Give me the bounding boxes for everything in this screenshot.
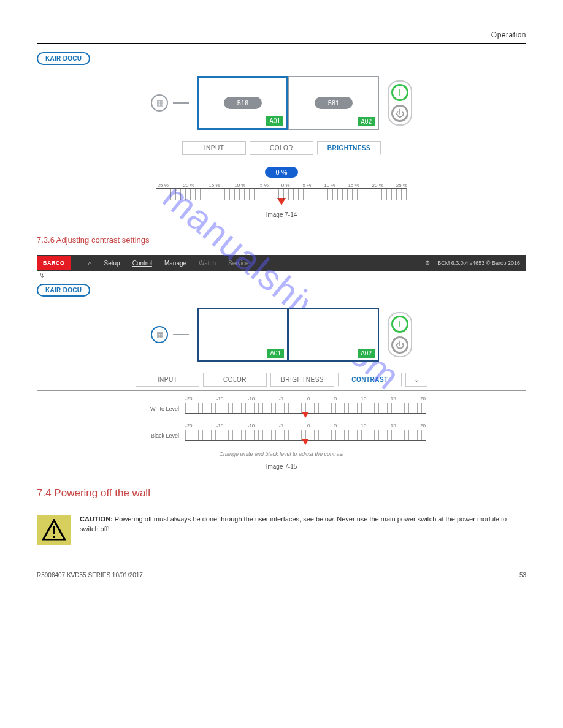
footer-left: R5906407 KVD55 SERIES 10/01/2017 <box>37 572 143 578</box>
svg-rect-2 <box>53 536 55 538</box>
tick-label: -5 <box>279 423 283 428</box>
caution-body: Powering off must always be done through… <box>80 515 507 533</box>
tab-color[interactable]: COLOR <box>203 373 267 387</box>
connector-line <box>173 334 189 335</box>
power-toggle: I ⏻ <box>388 312 412 357</box>
power-off-icon[interactable]: ⏻ <box>391 105 408 122</box>
tick-label: 15 <box>391 396 396 401</box>
tick-label: 5 % <box>303 183 312 188</box>
tab-brightness[interactable]: BRIGHTNESS <box>317 141 381 155</box>
figure-caption: Image 7-15 <box>37 463 526 470</box>
rule-top <box>37 43 526 44</box>
caution-label: CAUTION: <box>80 515 113 523</box>
tick-label: -10 % <box>233 183 246 188</box>
section-7-4-heading: 7.4 Powering off the wall <box>37 487 526 499</box>
brand-logo[interactable]: BARCO <box>37 256 71 270</box>
screen-tile-a02[interactable]: A02 <box>288 308 379 362</box>
tab-brightness[interactable]: BRIGHTNESS <box>270 373 334 387</box>
header-section: Operation <box>491 31 526 39</box>
brightness-value: 516 <box>224 97 262 109</box>
tick-label: -5 % <box>258 183 268 188</box>
tab-row-2: INPUT COLOR BRIGHTNESS CONTRAST ⌄ <box>37 373 526 387</box>
power-off-icon[interactable]: ⏻ <box>391 336 408 354</box>
page-header: Operation <box>37 31 526 39</box>
contrast-hint: Change white and black level to adjust t… <box>137 451 426 457</box>
screen-tile-a01[interactable]: 516 A01 <box>197 76 288 130</box>
version-label: BCM 6.3.0.4 v4653 © Barco 2016 <box>437 260 520 266</box>
nav-manage[interactable]: Manage <box>164 260 186 267</box>
select-all-icon[interactable]: ▦ <box>151 326 168 343</box>
slider-track[interactable] <box>156 188 407 200</box>
tick-label: -5 <box>279 396 283 401</box>
rule-bottom <box>37 559 526 559</box>
brightness-value: 581 <box>315 97 353 109</box>
tick-label: 10 <box>361 396 367 401</box>
app-navbar: BARCO ⌂ Setup Control Manage Watch Servi… <box>37 255 526 271</box>
tick-label: -15 <box>216 396 224 401</box>
connector-line <box>173 102 189 104</box>
tick-label: 0 <box>307 423 310 428</box>
tick-label: 0 % <box>282 183 290 188</box>
screen-tile-a02[interactable]: 581 A02 <box>288 76 379 130</box>
select-all-icon[interactable]: ▦ <box>151 94 168 112</box>
tick-label: -10 <box>248 396 255 401</box>
power-toggle: I ⏻ <box>388 80 412 126</box>
warning-icon <box>37 515 71 545</box>
tab-input[interactable]: INPUT <box>136 373 199 387</box>
contrast-sliders: White Level -20 -15 -10 -5 0 5 10 15 20 … <box>137 396 426 457</box>
power-on-icon[interactable]: I <box>391 84 408 101</box>
screen-tag: A01 <box>267 349 284 358</box>
kair-badge[interactable]: KAIR DOCU <box>37 284 90 297</box>
tick-label: 5 <box>334 396 337 401</box>
tick-label: 5 <box>334 423 337 428</box>
slider-value-pill: 0 % <box>265 167 299 178</box>
screen-tile-a01[interactable]: A01 <box>197 308 288 362</box>
tick-label: 15 <box>391 423 396 428</box>
home-icon[interactable]: ⌂ <box>88 260 92 267</box>
screen-tag: A02 <box>358 349 375 358</box>
rule <box>37 506 526 506</box>
slider-thumb[interactable] <box>302 439 309 445</box>
slider-thumb[interactable] <box>302 412 309 418</box>
tick-label: 10 % <box>324 183 335 188</box>
black-level-slider[interactable]: -20 -15 -10 -5 0 5 10 15 20 <box>185 423 426 445</box>
tab-underline <box>37 159 526 159</box>
tick-label: 25 % <box>396 183 407 188</box>
figure-caption: Image 7-14 <box>37 211 526 218</box>
section-7-3-6-heading: 7.3.6 Adjusting contrast settings <box>37 235 526 245</box>
tick-label: 20 <box>420 396 426 401</box>
nav-setup[interactable]: Setup <box>104 260 120 267</box>
tick-label: -15 <box>216 423 224 428</box>
tick-label: 10 <box>361 423 367 428</box>
white-level-slider[interactable]: -20 -15 -10 -5 0 5 10 15 20 <box>185 396 426 418</box>
tick-label: 0 <box>307 396 310 401</box>
watermark: manualshive.com <box>155 175 408 398</box>
tick-label: -20 <box>185 423 193 428</box>
tab-contrast[interactable]: CONTRAST <box>338 373 402 387</box>
tab-input[interactable]: INPUT <box>182 141 246 155</box>
nav-service[interactable]: Service <box>228 260 248 267</box>
tick-label: -20 <box>185 396 193 401</box>
tab-underline <box>37 390 526 391</box>
brightness-slider[interactable]: 0 % -25 % -20 % -15 % -10 % -5 % 0 % 5 %… <box>37 167 526 205</box>
gear-icon[interactable]: ⚙ <box>425 260 430 266</box>
slider-scale: -25 % -20 % -15 % -10 % -5 % 0 % 5 % 10 … <box>156 183 407 188</box>
nav-watch[interactable]: Watch <box>199 260 216 267</box>
kair-badge[interactable]: KAIR DOCU <box>37 52 90 65</box>
wall-diagram-1: ▦ 516 A01 581 A02 I ⏻ <box>37 76 526 130</box>
tab-more[interactable]: ⌄ <box>405 373 427 387</box>
caution-block: CAUTION: Powering off must always be don… <box>37 515 526 545</box>
screen-tag: A01 <box>266 116 283 126</box>
dotted-rule <box>37 251 526 251</box>
nav-control[interactable]: Control <box>132 260 152 267</box>
black-level-label: Black Level <box>137 433 179 445</box>
tab-row-1: INPUT COLOR BRIGHTNESS <box>37 141 526 155</box>
tick-label: 15 % <box>348 183 359 188</box>
white-level-label: White Level <box>137 406 179 418</box>
power-on-icon[interactable]: I <box>391 316 408 333</box>
page-footer: R5906407 KVD55 SERIES 10/01/2017 53 <box>37 572 526 578</box>
tab-color[interactable]: COLOR <box>250 141 313 155</box>
tick-label: 20 % <box>372 183 383 188</box>
chevron-down-icon: ⌄ <box>414 376 419 383</box>
wall-diagram-2: ▦ A01 A02 I ⏻ <box>37 308 526 362</box>
